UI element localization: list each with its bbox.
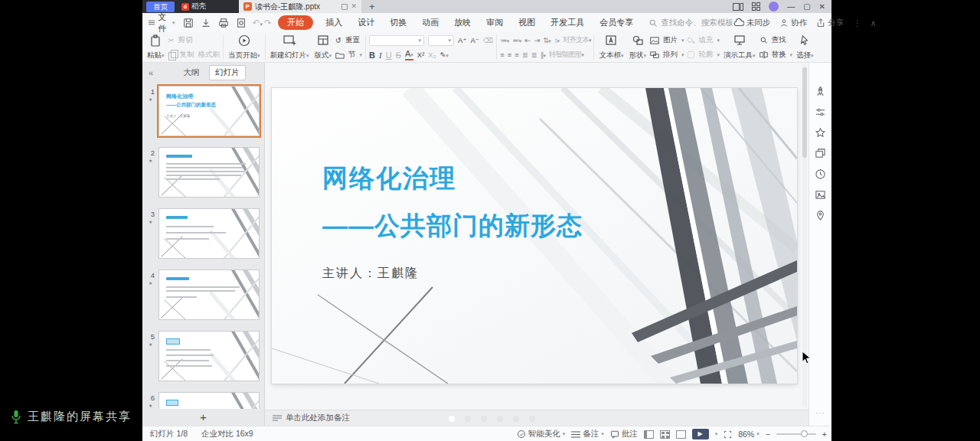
tab-slides[interactable]: 幻灯片 <box>209 65 246 80</box>
document-tab[interactable]: P 读书会-王麒隆.pptx ✕ <box>239 0 361 13</box>
ribbon-tab-view[interactable]: 视图 <box>518 15 535 30</box>
reading-view-icon[interactable] <box>676 430 686 439</box>
reset-button[interactable]: ↺ 重置 <box>335 34 362 46</box>
superscript-button[interactable]: X² <box>417 51 425 59</box>
increase-indent-icon[interactable]: ⇥ <box>534 36 539 44</box>
maximize-button[interactable]: ▢ <box>803 3 810 11</box>
print-icon[interactable] <box>218 18 229 28</box>
notes-bar[interactable]: 单击此处添加备注 <box>265 410 808 426</box>
paste-button[interactable]: 粘贴▾ <box>145 34 166 60</box>
slide-thumbnail-4[interactable]: 4 ★ <box>142 270 264 323</box>
zoom-in-button[interactable]: + <box>822 430 827 439</box>
close-tab-icon[interactable]: ✕ <box>351 3 357 10</box>
text-box-button[interactable]: 文本框▾ <box>597 34 625 60</box>
clear-format-icon[interactable]: ⌫ <box>483 36 493 44</box>
ribbon-tab-design[interactable]: 设计 <box>358 15 374 30</box>
more-menu-icon[interactable]: ⋮ <box>853 18 861 28</box>
image-settings-icon[interactable] <box>815 189 826 201</box>
export-icon[interactable] <box>201 18 211 28</box>
slide-thumbnail-5[interactable]: 5 ★ <box>142 331 264 384</box>
line-spacing-icon[interactable]: ⇅▾ <box>543 36 550 44</box>
arrange-button[interactable]: 排列▾ <box>650 49 684 60</box>
ribbon-tab-insert[interactable]: 插入 <box>325 15 342 30</box>
collaborate-button[interactable]: 协作 <box>779 18 807 28</box>
template-name[interactable]: 企业对比 16x9 <box>201 429 253 439</box>
command-search[interactable]: 查找命令、搜索模板 <box>648 18 733 28</box>
replace-button[interactable]: 替换▾ <box>760 49 793 60</box>
normal-view-icon[interactable] <box>644 430 654 439</box>
effects-star-icon[interactable] <box>815 127 826 139</box>
docer-tab[interactable]: d 稻壳 <box>181 2 206 11</box>
layout-button[interactable]: 版式▾ <box>313 34 334 60</box>
share-button[interactable]: 分享 <box>816 18 844 28</box>
history-clock-icon[interactable] <box>815 168 826 180</box>
beautify-rocket-icon[interactable] <box>815 86 826 97</box>
italic-button[interactable]: I <box>379 51 382 60</box>
collapse-panel-icon[interactable]: « <box>149 68 153 77</box>
align-right-icon[interactable]: ≡ <box>514 51 518 59</box>
new-slide-button[interactable]: 新建幻灯片▾ <box>269 34 311 60</box>
strikethrough-button[interactable]: S <box>396 51 401 60</box>
play-slideshow-button[interactable]: ▶ <box>692 429 709 439</box>
ribbon-tab-review[interactable]: 审阅 <box>486 15 503 30</box>
align-center-icon[interactable]: ≡ <box>508 51 511 59</box>
ribbon-tab-animation[interactable]: 动画 <box>422 15 439 30</box>
slide-canvas[interactable]: 网络化治理 ——公共部门的新形态 主讲人：王麒隆 <box>272 88 797 384</box>
apps-grid-icon[interactable] <box>752 2 760 11</box>
ribbon-tab-devtools[interactable]: 开发工具 <box>550 15 584 30</box>
close-window-button[interactable]: ✕ <box>819 3 825 11</box>
font-size-combobox[interactable]: ▾ <box>428 35 454 46</box>
columns-icon[interactable]: ∥▾ <box>541 51 545 59</box>
split-window-icon[interactable] <box>733 3 743 11</box>
panel-more-icon[interactable]: ··· <box>809 409 831 416</box>
zoom-out-button[interactable]: − <box>766 430 770 439</box>
fill-button[interactable]: 填充▾ <box>687 34 720 46</box>
font-family-combobox[interactable]: ▾ <box>369 35 424 46</box>
number-list-icon[interactable]: ≕▾ <box>512 36 521 44</box>
redo-button[interactable]: ↷ <box>264 18 272 28</box>
ribbon-tab-member[interactable]: 会员专享 <box>599 15 633 30</box>
ribbon-tab-slideshow[interactable]: 放映 <box>454 15 471 30</box>
fit-window-icon[interactable] <box>724 430 732 439</box>
comments-button[interactable]: 批注 <box>610 429 638 439</box>
font-color-button[interactable]: A▾ <box>405 50 413 60</box>
bold-button[interactable]: B <box>369 51 375 60</box>
slide-sorter-view-icon[interactable] <box>660 430 670 439</box>
play-from-current-button[interactable]: 当页开始▾ <box>227 34 262 60</box>
new-tab-button[interactable]: + <box>369 1 375 12</box>
slide-thumbnail-3[interactable]: 3 ★ <box>142 208 264 262</box>
sync-status[interactable]: 未同步 <box>733 18 771 28</box>
copy-button[interactable]: 复制 <box>180 50 194 60</box>
presentation-tools-button[interactable]: 演示工具▾ <box>722 34 757 60</box>
outline-button[interactable]: 轮廓▾ <box>687 49 720 60</box>
collapse-ribbon-icon[interactable]: ∧ <box>871 18 877 28</box>
undo-button[interactable]: ↶▾ <box>253 18 263 28</box>
shapes-button[interactable]: 形状▾ <box>627 34 648 60</box>
location-pin-icon[interactable] <box>815 210 826 221</box>
play-options-icon[interactable]: ▾ <box>715 431 718 437</box>
tab-outline[interactable]: 大纲 <box>178 66 204 80</box>
slide-thumbnail-6[interactable]: 6 ★ <box>142 392 264 409</box>
select-button[interactable]: 选择▾ <box>795 34 815 60</box>
decrease-font-icon[interactable]: A⁻ <box>470 36 479 44</box>
cut-button[interactable]: ✂ 剪切 <box>168 34 220 46</box>
add-slide-button[interactable]: + <box>142 410 264 424</box>
highlight-button[interactable]: ✎▾ <box>439 51 448 59</box>
picture-button[interactable]: 图片▾ <box>650 34 684 46</box>
notes-toggle-button[interactable]: 备注▾ <box>571 429 604 439</box>
minimize-button[interactable]: — <box>787 3 795 11</box>
save-icon[interactable] <box>183 18 194 28</box>
to-smartart-button[interactable]: 转智能图形▾ <box>549 50 583 60</box>
find-button[interactable]: 查找 <box>760 34 793 46</box>
duplicate-windows-icon[interactable] <box>815 148 826 159</box>
bullet-list-icon[interactable]: ≔▾ <box>500 36 508 44</box>
distribute-icon[interactable]: ≣ <box>531 51 537 59</box>
increase-font-icon[interactable]: A⁺ <box>458 36 466 44</box>
zoom-slider[interactable] <box>776 433 816 435</box>
underline-button[interactable]: U <box>386 51 392 60</box>
ribbon-tab-transition[interactable]: 切换 <box>390 15 407 30</box>
file-menu[interactable]: 文件 ▾ <box>149 11 175 34</box>
smart-beautify-button[interactable]: 智能美化▾ <box>517 429 566 439</box>
section-button[interactable]: 节▾ <box>335 49 362 60</box>
home-tab[interactable]: 首页 <box>146 2 175 12</box>
